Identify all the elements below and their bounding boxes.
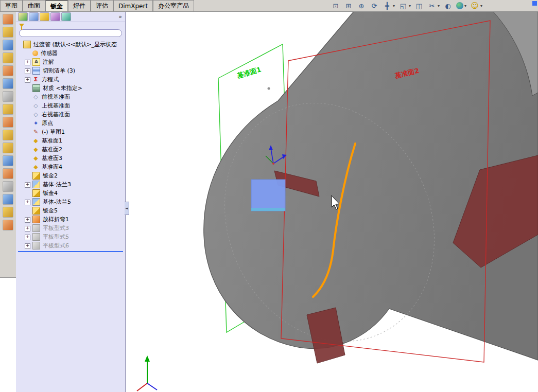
tree-item-equations[interactable]: 方程式	[16, 75, 125, 84]
tree-item-sheetmetal2[interactable]: 钣金2	[16, 171, 125, 180]
tree-item-cut-list[interactable]: 切割清单 (3)	[16, 66, 125, 75]
tab-evaluate[interactable]: 评估	[91, 0, 113, 11]
filter-row	[16, 22, 125, 29]
configurationmanager-tab-icon[interactable]	[40, 12, 49, 21]
expand-toggle-icon[interactable]	[25, 235, 30, 240]
manager-tab-strip: »	[16, 11, 125, 22]
help-smiley-icon[interactable]: ☺	[470, 1, 479, 10]
view-orientation-triad	[137, 355, 157, 391]
left-tool-icon-1[interactable]	[3, 14, 13, 25]
left-tool-icon-10[interactable]	[3, 130, 13, 140]
flat-pattern-icon	[32, 242, 40, 250]
tree-item-base-flange3[interactable]: 基体-法兰3	[16, 180, 125, 189]
left-tool-icon-5[interactable]	[3, 65, 13, 76]
display-style-icon[interactable]: ◫	[414, 1, 424, 10]
expand-panel-chevron[interactable]: »	[118, 13, 122, 20]
expand-toggle-icon[interactable]	[25, 243, 30, 249]
tree-item-sketch1[interactable]: (-) 草图1	[16, 128, 125, 136]
featuremanager-tab-icon[interactable]	[18, 12, 28, 21]
left-tool-icon-14[interactable]	[3, 181, 13, 192]
tree-item-annotations[interactable]: 注解	[16, 58, 125, 66]
propertymanager-tab-icon[interactable]	[29, 12, 39, 21]
tree-item-top-plane[interactable]: 上视基准面	[16, 101, 125, 110]
zoom-in-out-icon[interactable]: ⊕	[357, 1, 366, 10]
filter-funnel-icon[interactable]	[19, 24, 24, 27]
tree-item-lofted-bend1[interactable]: 放样折弯1	[16, 215, 125, 224]
annotations-icon	[32, 58, 40, 66]
left-tool-icon-11[interactable]	[3, 142, 13, 153]
standard-views-icon[interactable]: ◱	[398, 1, 408, 10]
tab-office-products[interactable]: 办公室产品	[153, 0, 194, 11]
search-row	[16, 29, 125, 39]
left-tool-icon-7[interactable]	[3, 91, 13, 102]
left-tool-icon-15[interactable]	[3, 194, 13, 205]
tree-item-sensors[interactable]: 传感器	[16, 49, 125, 58]
expand-toggle-icon[interactable]	[25, 200, 30, 205]
zoom-to-fit-icon[interactable]: ⊡	[331, 1, 340, 10]
tab-sheet-metal[interactable]: 钣金	[45, 0, 68, 11]
tree-item-label: 原点	[42, 119, 53, 127]
dropdown-arrow-icon[interactable]: ▾	[409, 4, 411, 8]
expand-toggle-icon[interactable]	[25, 60, 30, 65]
expand-toggle-icon[interactable]	[25, 68, 30, 74]
tree-item-flat-pattern3[interactable]: 平板型式3	[16, 224, 125, 233]
tree-item-label: 基准面4	[42, 163, 62, 171]
section-view-icon[interactable]: ✂	[427, 1, 437, 10]
dropdown-arrow-icon[interactable]: ▾	[480, 4, 482, 8]
appearance-globe-icon[interactable]	[456, 2, 463, 9]
left-tool-icon-9[interactable]	[3, 117, 13, 128]
left-tool-icon-2[interactable]	[3, 27, 13, 38]
left-tool-icon-13[interactable]	[3, 168, 13, 179]
dropdown-arrow-icon[interactable]: ▾	[393, 4, 395, 8]
tree-item-front-plane[interactable]: 前视基准面	[16, 93, 125, 101]
tab-surfaces[interactable]: 曲面	[23, 0, 45, 11]
tree-item-sheetmetal5[interactable]: 钣金5	[16, 206, 125, 215]
expand-toggle-icon[interactable]	[25, 226, 30, 231]
expand-toggle-icon[interactable]	[25, 217, 30, 223]
tree-item-plane2[interactable]: 基准面2	[16, 145, 125, 154]
highlight-edge	[251, 208, 285, 211]
tree-item-label: 基准面2	[42, 146, 62, 153]
plane1-label: 基准面1	[236, 65, 262, 80]
tab-weldments[interactable]: 焊件	[68, 0, 91, 11]
tree-filter-input[interactable]	[20, 30, 122, 37]
rotate-view-icon[interactable]: ⟳	[370, 1, 379, 10]
tab-dimxpert[interactable]: DimXpert	[113, 0, 153, 11]
left-tool-icon-3[interactable]	[3, 40, 13, 50]
expand-toggle-icon[interactable]	[25, 77, 30, 83]
tree-item-label: (-) 草图1	[42, 128, 65, 136]
tree-item-right-plane[interactable]: 右视基准面	[16, 110, 125, 119]
reference-plane-icon	[32, 111, 39, 118]
tree-item-plane3[interactable]: 基准面3	[16, 154, 125, 163]
pan-icon[interactable]: ╋	[383, 1, 392, 10]
tree-item-flat-pattern6[interactable]: 平板型式6	[16, 241, 125, 250]
left-tool-icon-16[interactable]	[3, 207, 13, 218]
tree-root-item[interactable]: 过渡管 (默认<<默认>_显示状态	[16, 40, 125, 49]
left-tool-icon-4[interactable]	[3, 52, 13, 63]
left-tool-icon-6[interactable]	[3, 78, 13, 89]
left-tool-icon-12[interactable]	[3, 155, 13, 166]
expand-toggle-icon[interactable]	[25, 182, 30, 188]
plane-handle-dot[interactable]	[268, 87, 270, 90]
left-tool-icon-8[interactable]	[3, 104, 13, 115]
panel-collapse-handle[interactable]	[125, 202, 129, 215]
tree-item-sheetmetal4[interactable]: 钣金4	[16, 189, 125, 198]
dimxpertmanager-tab-icon[interactable]	[50, 12, 60, 21]
tree-item-origin[interactable]: 原点	[16, 119, 125, 128]
tree-item-flat-pattern5[interactable]: 平板型式5	[16, 233, 125, 241]
tab-sketch[interactable]: 草图	[0, 0, 23, 11]
tree-item-material[interactable]: 材质 <未指定>	[16, 84, 125, 93]
tree-item-base-flange5[interactable]: 基体-法兰5	[16, 198, 125, 206]
tab-label: 曲面	[28, 2, 40, 10]
reference-plane-icon	[32, 94, 39, 100]
left-tool-icon-17[interactable]	[3, 220, 13, 230]
dropdown-arrow-icon[interactable]: ▾	[438, 4, 440, 8]
tree-item-plane1[interactable]: 基准面1	[16, 136, 125, 145]
zoom-area-icon[interactable]: ⊞	[344, 1, 353, 10]
dropdown-arrow-icon[interactable]: ▾	[464, 4, 466, 8]
tree-item-label: 前视基准面	[42, 93, 70, 101]
view-settings-icon[interactable]: ◐	[443, 1, 453, 10]
sketch-icon	[32, 129, 39, 135]
displaypane-tab-icon[interactable]	[61, 12, 71, 21]
tree-item-plane4[interactable]: 基准面4	[16, 163, 125, 171]
